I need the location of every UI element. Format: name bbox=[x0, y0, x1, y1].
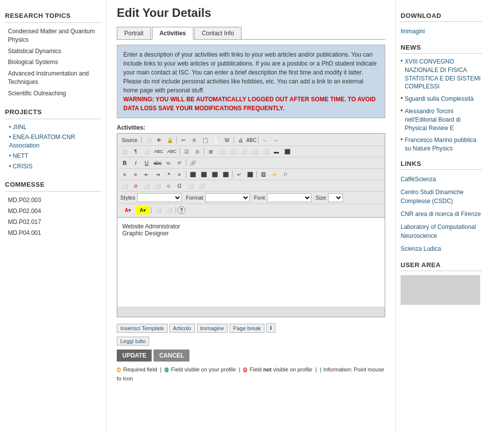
tb-paste-text[interactable]: 📄 bbox=[211, 136, 221, 144]
tb-ul[interactable]: ≡ bbox=[131, 170, 141, 179]
tb-r2-12[interactable]: ⬜ bbox=[239, 147, 249, 156]
tb-checkbox[interactable]: ☑ bbox=[181, 147, 191, 156]
tab-portrait[interactable]: Portrait bbox=[117, 27, 151, 39]
tb-align-right[interactable]: ⬛ bbox=[210, 170, 220, 179]
tb-r2-11[interactable]: ⬜ bbox=[228, 147, 238, 156]
tb-preview[interactable]: 👁 bbox=[154, 136, 164, 144]
tb-r5-7[interactable]: ⬜ bbox=[185, 181, 195, 190]
tb-r2-14[interactable]: ⬜ bbox=[260, 147, 270, 156]
tb-r2-10[interactable]: ⬜ bbox=[217, 147, 227, 156]
info-box: Enter a description of your activities w… bbox=[117, 45, 385, 118]
tb-align-center[interactable]: ⬛ bbox=[199, 170, 209, 179]
tb-strikethrough[interactable]: abc bbox=[153, 158, 163, 167]
sidebar-item-advanced-instrumentation[interactable]: Advanced Instrumentation and Techniques bbox=[5, 68, 101, 88]
tb-italic[interactable]: I bbox=[131, 158, 141, 167]
styles-select[interactable] bbox=[137, 193, 182, 202]
tb-flag[interactable]: ⚐ bbox=[280, 170, 290, 179]
font-select[interactable] bbox=[267, 193, 312, 202]
sidebar-item-jiinl[interactable]: JIINL bbox=[5, 122, 101, 133]
format-select[interactable] bbox=[205, 193, 250, 202]
tb-div[interactable]: ≡ bbox=[174, 170, 184, 179]
btn-immagine[interactable]: Immagine bbox=[197, 324, 228, 333]
tb-new-page[interactable]: ⬜ bbox=[143, 136, 153, 144]
tb-paste-word[interactable]: W bbox=[222, 136, 232, 144]
tb-r2-15[interactable]: ▬ bbox=[271, 147, 281, 156]
tb-replace[interactable]: ABC bbox=[166, 147, 178, 156]
btn-info[interactable]: ℹ bbox=[266, 323, 275, 333]
tb-r5-no[interactable]: ⊘ bbox=[131, 181, 141, 190]
tb-subscript[interactable]: x₂ bbox=[164, 158, 173, 167]
tb-r5-3[interactable]: ⬜ bbox=[142, 181, 152, 190]
btn-inserisci-template[interactable]: Inserisci Template bbox=[117, 324, 168, 333]
tb-spell[interactable]: ABC bbox=[247, 136, 256, 144]
tb-underline[interactable]: U bbox=[142, 158, 152, 167]
tb-radio[interactable]: ⊙ bbox=[192, 147, 202, 156]
tb-r2-13[interactable]: ⬜ bbox=[250, 147, 259, 156]
tb-link[interactable]: 🔗 bbox=[188, 158, 198, 167]
btn-leggi-tutto[interactable]: Leggi tutto bbox=[117, 337, 149, 346]
tb-highlight[interactable]: A▾ bbox=[136, 206, 150, 215]
sidebar-item-enea[interactable]: ENEA-EURATOM-CNR Association bbox=[5, 132, 101, 151]
news-link-3[interactable]: Alessandro Torcini nell'Editorial Board … bbox=[405, 107, 482, 132]
tb-r2-16[interactable]: ⬛ bbox=[282, 147, 292, 156]
tb-bold[interactable]: B bbox=[120, 158, 130, 167]
tb-smiley[interactable]: ☺ bbox=[164, 181, 173, 190]
btn-page-break[interactable]: Page break bbox=[230, 324, 264, 333]
tb-r2-3[interactable]: ⬜ bbox=[142, 147, 152, 156]
tb-copy[interactable]: ⎘ bbox=[189, 136, 199, 144]
tb-r2-1[interactable]: ⬚ bbox=[120, 147, 130, 156]
sidebar-item-scientific-outreaching[interactable]: Scientific Outreaching bbox=[5, 88, 101, 99]
tb-blockquote[interactable]: ❝ bbox=[164, 170, 173, 179]
tb-align-left[interactable]: ⬛ bbox=[188, 170, 198, 179]
news-link-4[interactable]: Francesco Marino pubblica su Nature Phys… bbox=[405, 136, 482, 153]
tb-find[interactable]: ABC bbox=[153, 147, 165, 156]
tb-r4-12[interactable]: ↵ bbox=[234, 170, 244, 179]
tb-r5-8[interactable]: ⬜ bbox=[196, 181, 206, 190]
tb-justify[interactable]: ⬛ bbox=[221, 170, 231, 179]
tb-r6-4[interactable]: ⬜ bbox=[164, 206, 174, 215]
update-button[interactable]: UPDATE bbox=[117, 350, 152, 361]
tb-special-char[interactable]: Ω bbox=[174, 181, 184, 190]
tb-r4-13[interactable]: ⬛ bbox=[245, 170, 255, 179]
tb-redo[interactable]: → bbox=[271, 136, 281, 144]
tb-print[interactable]: 🖨 bbox=[236, 136, 246, 144]
tb-paste[interactable]: 📋 bbox=[200, 136, 210, 144]
tb-ol[interactable]: ≡ bbox=[120, 170, 130, 179]
tb-r5-1[interactable]: ⬜ bbox=[120, 181, 130, 190]
link-lcn[interactable]: Laboratory of Computational Neuroscience bbox=[401, 221, 482, 241]
tb-source[interactable]: Source bbox=[120, 136, 140, 144]
link-scienza-ludica[interactable]: Scienza Ludica bbox=[401, 243, 482, 254]
sidebar-item-biological-systems[interactable]: Biological Systems bbox=[5, 57, 101, 68]
sidebar-item-nett[interactable]: NETT bbox=[5, 151, 101, 161]
tb-cut[interactable]: ✂ bbox=[178, 136, 188, 144]
toolbar-row-1: Source ⬜ 👁 🔒 ✂ ⎘ 📋 📄 W 🖨 ABC ← bbox=[118, 135, 384, 146]
tb-superscript[interactable]: x² bbox=[174, 158, 184, 167]
tab-activities[interactable]: Activities bbox=[152, 27, 193, 40]
tb-table[interactable]: ⊞ bbox=[206, 147, 216, 156]
sidebar-item-condensed-matter[interactable]: Condensed Matter and Quantum Physics bbox=[5, 26, 101, 46]
tb-flash[interactable]: ⚡ bbox=[269, 170, 279, 179]
link-csdc[interactable]: Centro Studi Dinamiche Complesse (CSDC) bbox=[401, 187, 482, 207]
tb-font-color[interactable]: A▾ bbox=[121, 206, 135, 215]
tb-undo[interactable]: ← bbox=[260, 136, 270, 144]
news-link-1[interactable]: XVIII CONVEGNO NAZIONALE DI FISICA STATI… bbox=[405, 58, 482, 91]
tb-outdent[interactable]: ⇤ bbox=[142, 170, 152, 179]
tb-r2-2[interactable]: ¶ bbox=[131, 147, 141, 156]
tb-templates[interactable]: 🔒 bbox=[165, 136, 175, 144]
cancel-button[interactable]: CANCEL bbox=[154, 350, 189, 361]
size-select[interactable] bbox=[328, 193, 343, 202]
btn-articolo[interactable]: Articolo bbox=[169, 324, 195, 333]
link-cnr[interactable]: CNR area di ricerca di Firenze bbox=[401, 209, 482, 219]
download-immagini[interactable]: Immagini bbox=[401, 26, 482, 37]
sidebar-item-statistical-dynamics[interactable]: Statistical Dynamics bbox=[5, 46, 101, 57]
news-link-2[interactable]: Sguardi sulla Complessità bbox=[405, 95, 474, 103]
tb-indent[interactable]: ⇥ bbox=[153, 170, 163, 179]
tb-r5-4[interactable]: ⬜ bbox=[153, 181, 163, 190]
editor-body[interactable]: Website Administrator Graphic Designer bbox=[117, 217, 385, 307]
tab-contact-info[interactable]: Contact Info bbox=[194, 27, 242, 39]
tb-r6-3[interactable]: ⬜ bbox=[153, 206, 163, 215]
tb-image[interactable]: 🖼 bbox=[258, 170, 268, 179]
sidebar-item-crisis[interactable]: CRISIS bbox=[5, 161, 101, 172]
link-caffescienza[interactable]: CaffèScienza bbox=[401, 174, 482, 185]
tb-help[interactable]: ? bbox=[177, 206, 185, 214]
